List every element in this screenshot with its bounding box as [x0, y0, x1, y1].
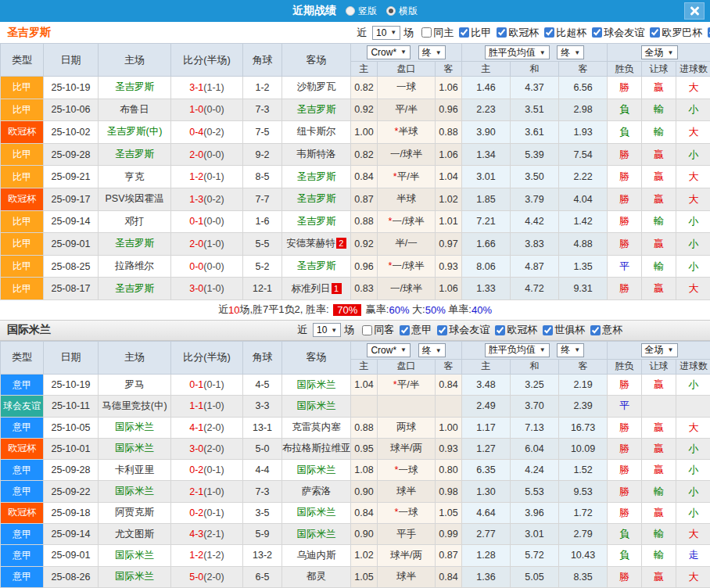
odds-value: 16.73 [571, 422, 595, 433]
date-text: 25-08-17 [51, 283, 90, 294]
odds-value: 4.64 [476, 507, 495, 518]
full-match-select[interactable]: 全场 [641, 45, 678, 59]
league-filter-checkbox[interactable] [459, 27, 469, 38]
league-filter-checkbox[interactable] [543, 325, 553, 335]
layout-radio-group: 竖版横版 [336, 5, 418, 18]
avg-draw-odds: 5.39 [511, 143, 559, 166]
league-filter[interactable]: 意杯 [585, 323, 622, 337]
league-filter[interactable]: 比甲 [454, 26, 491, 40]
final-odds-select-1[interactable]: 终 [418, 343, 446, 357]
recent-count-select[interactable]: 10 [313, 323, 341, 337]
league-filter-checkbox[interactable] [437, 325, 447, 335]
result-cell-text: 負 [619, 549, 629, 561]
subcol-away-odds: 客 [436, 359, 462, 374]
halftime-score: (0-0) [203, 104, 224, 115]
matches-table-team2: 类型 日期 主场 比分(半场) 角球 客场 Crow* 终 胜平负均值 终 全场 [0, 341, 710, 588]
col-type: 类型 [1, 44, 44, 77]
handicap-result-cell: 贏 [642, 166, 676, 188]
handicap-home-odds: 0.88 [351, 417, 378, 438]
handicap-line: 球半/两 [378, 438, 436, 459]
league-filter[interactable]: 欧冠杯 [489, 323, 537, 337]
odds-value: 1.01 [439, 216, 457, 227]
radio-icon[interactable] [346, 6, 355, 16]
same-venue-filter[interactable]: 同客 [357, 323, 394, 337]
recent-count-select[interactable]: 10 [372, 26, 400, 40]
league-filter-checkbox[interactable] [590, 325, 601, 335]
avg-odds-select[interactable]: 胜平负均值 [485, 45, 550, 59]
team-name: 国际米兰 [7, 323, 51, 337]
halftime-score: (0-1) [203, 464, 224, 475]
match-type-label: 比甲 [13, 216, 31, 227]
league-filter[interactable]: 欧冠杯 [491, 26, 539, 40]
col-type: 类型 [1, 341, 44, 374]
full-match-select[interactable]: 全场 [641, 343, 678, 357]
corner-text: 3-5 [255, 507, 269, 518]
handicap-line: *一/球半 [378, 210, 436, 233]
subcol-avg-home: 主 [462, 62, 511, 77]
corner-score: 6-5 [243, 566, 282, 587]
same-venue-filter[interactable]: 同主 [416, 26, 454, 40]
league-filter-checkbox[interactable] [592, 27, 602, 38]
avg-away-odds: 6.56 [559, 77, 608, 99]
league-filter-checkbox[interactable] [544, 27, 554, 38]
home-team-name: 国际米兰 [115, 571, 154, 582]
match-score: 2-0(0-0) [171, 143, 243, 166]
goals-result-cell-text: 大 [689, 421, 699, 433]
same-venue-filter-checkbox[interactable] [421, 27, 432, 38]
avg-odds-select[interactable]: 胜平负均值 [485, 343, 550, 357]
odds-company-select[interactable]: Crow* [367, 343, 411, 357]
layout-radio-vertical[interactable]: 竖版 [336, 5, 377, 18]
league-filter[interactable]: 意甲 [394, 323, 432, 337]
away-team: 韦斯特洛 [282, 143, 351, 166]
away-team-name: 萨索洛 [302, 486, 332, 497]
date-text: 25-09-28 [51, 149, 90, 160]
rank-badge: 2 [336, 238, 346, 249]
away-team: 克雷莫内塞 [282, 417, 351, 438]
league-filter-checkbox[interactable] [497, 27, 507, 38]
league-filter[interactable]: 世俱杯 [537, 323, 585, 337]
handicap-away-odds: 0.87 [436, 545, 462, 566]
same-venue-filter-checkbox[interactable] [362, 325, 372, 335]
odds-value: 0.82 [354, 149, 373, 160]
col-away: 客场 [282, 341, 351, 374]
league-filter[interactable]: 比利时杯 [702, 26, 710, 40]
corner-text: 9-2 [255, 149, 269, 160]
handicap-away-odds: 1.04 [436, 166, 462, 188]
league-filter-checkbox[interactable] [400, 325, 410, 335]
goals-result-cell-text: 小 [689, 443, 699, 454]
radio-icon[interactable] [386, 6, 396, 16]
match-score: 1-3(0-2) [171, 188, 243, 210]
away-team-name: 标准列日 [292, 283, 331, 294]
odds-value: 1.66 [476, 238, 495, 249]
odds-value: 0.88 [439, 127, 457, 138]
home-team-name: 圣吉罗斯 [115, 238, 154, 249]
match-type-badge: 比甲 [1, 210, 44, 233]
league-filter-checkbox[interactable] [650, 27, 660, 38]
match-type-badge: 意甲 [1, 417, 44, 438]
odds-value: 0.84 [354, 171, 373, 182]
odds-company-select[interactable]: Crow* [367, 45, 411, 59]
final-odds-select-2[interactable]: 终 [557, 45, 584, 59]
handicap-away-odds: 0.98 [436, 481, 462, 502]
goals-result-cell: 小 [676, 374, 710, 395]
match-score: 2-1(1-0) [171, 481, 243, 502]
final-odds-select-2[interactable]: 终 [557, 343, 584, 357]
close-button[interactable] [684, 2, 705, 20]
final-odds-select-1[interactable]: 终 [418, 45, 446, 59]
league-filter[interactable]: 球会友谊 [586, 26, 644, 40]
match-date: 25-08-25 [44, 255, 99, 278]
league-filter-checkbox[interactable] [495, 325, 505, 335]
home-team: 拉路维尔 [99, 255, 171, 278]
home-team: PSV埃因霍温 [99, 188, 171, 210]
league-filter[interactable]: 欧罗巴杯 [644, 26, 702, 40]
match-type-badge: 比甲 [1, 255, 44, 278]
layout-radio-horizontal[interactable]: 横版 [377, 5, 418, 18]
league-filter[interactable]: 比超杯 [539, 26, 586, 40]
handicap-line: 平/半 [378, 99, 436, 121]
handicap-result-cell-text: 輸 [654, 528, 664, 540]
handicap-home-odds: 0.82 [351, 143, 378, 166]
avg-draw-odds: 3.01 [511, 524, 559, 545]
odds-value: 0.92 [354, 104, 373, 115]
match-type-badge: 意甲 [1, 545, 44, 566]
league-filter[interactable]: 球会友谊 [432, 323, 489, 337]
